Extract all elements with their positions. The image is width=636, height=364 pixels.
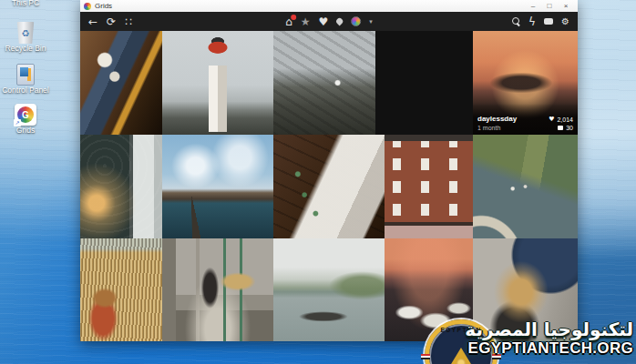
desktop-icon-label: Control Panel [2,86,49,95]
photo-grid: daylessday 1 month ♥2,014 30 [80,31,578,341]
desktop-icon-this-pc[interactable]: This PC [2,0,49,7]
photo-tile-girl-in-reeds[interactable] [80,238,162,341]
notification-badge [291,15,296,20]
back-icon[interactable]: ← [88,16,97,27]
home-icon[interactable]: ⌂ [285,16,292,27]
egypt-flag-icon [421,354,430,359]
post-hover-overlay: daylessday 1 month ♥2,014 30 [473,104,578,135]
post-age: 1 month [477,125,517,131]
shortcut-arrow-icon: ↗ [14,119,21,126]
window-title: Grids [95,2,525,10]
toolbar-left: ← ⟳ ∷ [88,12,132,31]
grids-app-icon: G ↗ [15,104,36,126]
location-pin-icon[interactable] [335,17,344,26]
maximize-button[interactable]: □ [541,1,558,12]
search-icon[interactable] [512,17,520,25]
photo-tile-sunset-harbor[interactable]: daylessday 1 month ♥2,014 30 [473,31,578,135]
likes-stat: ♥2,014 [549,116,573,123]
refresh-icon[interactable]: ⟳ [107,16,116,27]
photo-tile-woman-by-window[interactable] [80,135,162,238]
heart-icon: ♥ [549,116,554,123]
control-panel-icon [16,64,35,86]
photo-tile-bridal-veil-flatlay[interactable] [273,135,385,238]
desktop-icon-grids[interactable]: G ↗ Grids [2,104,49,135]
minimize-button[interactable]: – [525,1,541,12]
photo-tile-red-white-lighthouse[interactable] [162,31,273,135]
photo-tile-wet-alley[interactable] [162,238,273,341]
desktop-icon-recycle-bin[interactable]: ♻ Recycle Bin [2,22,49,53]
likes-count: 2,014 [557,116,573,123]
flash-icon[interactable]: ϟ [528,16,536,27]
close-button[interactable]: × [558,1,574,12]
direct-messages-icon[interactable] [544,18,553,25]
account-dropdown-caret-icon[interactable]: ▾ [369,18,373,25]
desktop: This PC ♻ Recycle Bin Control Panel G ↗ … [0,0,636,364]
comments-stat: 30 [558,125,573,131]
toolbar-right: ϟ ⚙ [512,12,569,31]
photo-tile-sailboats[interactable] [375,31,473,135]
photo-tile-coastal-gravel-road[interactable] [473,135,578,238]
photo-tile-stockholm-skyline[interactable] [162,135,273,238]
account-avatar[interactable] [351,16,361,26]
comments-count: 30 [566,125,573,131]
desktop-icon-label: Recycle Bin [5,45,46,53]
photo-tile-foggy-fjord[interactable] [273,238,385,341]
window-titlebar[interactable]: Grids – □ × [80,0,578,12]
grid-row-1: daylessday 1 month ♥2,014 30 [80,31,578,135]
app-toolbar: ← ⟳ ∷ ⌂ ★ ♥ ▾ ϟ ⚙ [80,12,578,31]
post-username: daylessday [477,115,517,123]
watermark-site-text: EGYPTIANTECH.ORG [468,339,633,358]
comment-icon [558,126,563,130]
recycle-bin-icon: ♻ [16,22,35,44]
toolbar-center: ⌂ ★ ♥ ▾ [285,12,373,31]
grids-window: Grids – □ × ← ⟳ ∷ ⌂ ★ ♥ ▾ ϟ [80,0,578,341]
desktop-icon-label: Grids [16,126,35,135]
post-stats: ♥2,014 30 [549,116,573,131]
liked-heart-icon[interactable]: ♥ [319,16,329,27]
grid-row-2 [80,135,578,238]
layout-grid-icon[interactable]: ∷ [125,16,132,27]
photo-tile-brick-building-cyclists[interactable] [385,135,473,238]
desktop-icon-control-panel[interactable]: Control Panel [2,64,49,95]
photo-tile-legs-on-wooden-deck[interactable] [80,31,162,135]
grids-titlebar-icon [84,3,91,10]
watermark-arabic-text: لتكنولوجيا المصرية [465,318,633,340]
desktop-icon-label: This PC [12,0,39,7]
pyramid-eye-icon [456,359,466,364]
settings-gear-icon[interactable]: ⚙ [561,17,569,26]
favorites-star-icon[interactable]: ★ [301,16,311,27]
post-meta: daylessday 1 month [477,115,517,131]
photo-tile-rocky-shore-figure[interactable] [273,31,375,135]
